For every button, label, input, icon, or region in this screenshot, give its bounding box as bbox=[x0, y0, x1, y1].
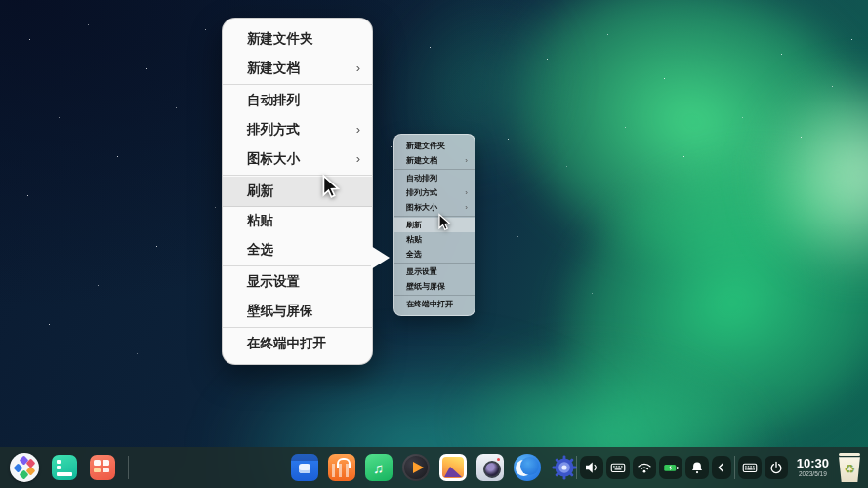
menu-item-图标大小[interactable]: 图标大小 › bbox=[394, 200, 475, 215]
taskbar-separator bbox=[734, 456, 735, 479]
menu-item-label: 壁纸与屏保 bbox=[406, 279, 445, 294]
submenu-arrow-icon: › bbox=[465, 200, 468, 215]
menu-item-粘贴[interactable]: 粘贴 › bbox=[223, 206, 372, 235]
menu-item-label: 刷新 bbox=[406, 218, 422, 232]
window-manager-icon[interactable] bbox=[90, 455, 115, 480]
menu-item-自动排列[interactable]: 自动排列 › bbox=[394, 171, 475, 185]
keyboard-icon[interactable] bbox=[606, 456, 630, 479]
menu-separator bbox=[223, 327, 372, 328]
menu-item-壁纸与屏保[interactable]: 壁纸与屏保 › bbox=[394, 279, 475, 294]
clock-date: 2023/5/19 bbox=[797, 470, 829, 478]
menu-item-显示设置[interactable]: 显示设置 › bbox=[394, 264, 475, 279]
menu-item-label: 图标大小 bbox=[247, 144, 300, 174]
menu-item-label: 粘贴 bbox=[247, 206, 273, 235]
launcher-icon[interactable] bbox=[10, 453, 39, 482]
menu-item-label: 壁纸与屏保 bbox=[247, 297, 313, 326]
system-tray: 10:30 2023/5/19 ♻ bbox=[576, 453, 864, 482]
menu-item-label: 新建文档 bbox=[406, 153, 437, 168]
aurora-bright-core bbox=[723, 39, 868, 312]
menu-item-label: 新建文件夹 bbox=[247, 24, 313, 54]
menu-item-label: 在终端中打开 bbox=[247, 329, 326, 358]
menu-item-label: 刷新 bbox=[247, 177, 273, 206]
menu-item-label: 排列方式 bbox=[247, 115, 300, 144]
submenu-arrow-icon: › bbox=[465, 153, 468, 168]
menu-item-label: 全选 bbox=[406, 247, 422, 262]
submenu-arrow-icon: › bbox=[356, 115, 360, 144]
camera-icon[interactable] bbox=[476, 454, 504, 481]
clock-time: 10:30 bbox=[797, 457, 829, 470]
menu-item-label: 新建文件夹 bbox=[406, 139, 445, 153]
music-note-glyph: ♫ bbox=[373, 460, 384, 476]
menu-item-刷新[interactable]: 刷新 › bbox=[394, 218, 475, 232]
desktop[interactable]: 新建文件夹 › 新建文档 › 自动排列 › 排列方式 › 图标大小 › 刷新 ›… bbox=[0, 0, 868, 488]
menu-item-新建文档[interactable]: 新建文档 › bbox=[223, 54, 372, 83]
notifications-icon[interactable] bbox=[685, 456, 709, 479]
menu-item-排列方式[interactable]: 排列方式 › bbox=[223, 115, 372, 144]
menu-item-label: 显示设置 bbox=[406, 264, 437, 279]
submenu-arrow-icon: › bbox=[465, 185, 468, 200]
movie-player-icon[interactable] bbox=[402, 454, 430, 481]
control-center-icon[interactable] bbox=[551, 454, 578, 481]
menu-item-粘贴[interactable]: 粘贴 › bbox=[394, 232, 475, 247]
trash-icon[interactable]: ♻ bbox=[837, 453, 862, 482]
volume-icon[interactable] bbox=[580, 456, 603, 479]
menu-item-label: 图标大小 bbox=[406, 200, 437, 215]
submenu-arrow-icon: › bbox=[356, 144, 360, 174]
stars bbox=[0, 0, 1, 1]
menu-item-新建文件夹[interactable]: 新建文件夹 › bbox=[223, 24, 372, 54]
dock-left-group bbox=[10, 453, 129, 482]
power-icon[interactable] bbox=[765, 456, 788, 479]
menu-item-全选[interactable]: 全选 › bbox=[223, 235, 372, 264]
menu-item-label: 显示设置 bbox=[247, 267, 300, 297]
aurora-band bbox=[430, 25, 868, 488]
menu-separator bbox=[223, 175, 372, 176]
menu-separator bbox=[394, 263, 475, 264]
menu-separator bbox=[223, 84, 372, 85]
menu-item-自动排列[interactable]: 自动排列 › bbox=[223, 86, 372, 115]
submenu-arrow-icon: › bbox=[356, 54, 360, 83]
menu-item-排列方式[interactable]: 排列方式 › bbox=[394, 185, 475, 200]
trash-body: ♻ bbox=[837, 455, 862, 482]
menu-item-图标大小[interactable]: 图标大小 › bbox=[223, 144, 372, 174]
workspace-view-icon[interactable] bbox=[52, 455, 77, 480]
menu-item-label: 自动排列 bbox=[247, 86, 300, 115]
menu-item-新建文件夹[interactable]: 新建文件夹 › bbox=[394, 139, 475, 153]
menu-item-显示设置[interactable]: 显示设置 › bbox=[223, 267, 372, 297]
wifi-icon[interactable] bbox=[633, 456, 656, 479]
menu-item-label: 自动排列 bbox=[406, 171, 437, 185]
mouse-cursor-magnified bbox=[318, 174, 344, 199]
trash-lid bbox=[839, 453, 860, 456]
menu-separator bbox=[223, 265, 372, 266]
menu-item-label: 粘贴 bbox=[406, 232, 422, 247]
taskbar-separator bbox=[128, 456, 129, 479]
context-menu-magnified: 新建文件夹 › 新建文档 › 自动排列 › 排列方式 › 图标大小 › 刷新 ›… bbox=[222, 18, 373, 365]
taskbar-separator bbox=[576, 456, 577, 479]
menu-item-全选[interactable]: 全选 › bbox=[394, 247, 475, 262]
dock-app-group: ♫ bbox=[291, 454, 578, 481]
menu-item-label: 在终端中打开 bbox=[406, 297, 453, 311]
file-manager-icon[interactable] bbox=[291, 454, 318, 481]
menu-item-label: 排列方式 bbox=[406, 185, 437, 200]
menu-item-label: 新建文档 bbox=[247, 54, 300, 83]
app-store-icon[interactable] bbox=[328, 454, 355, 481]
onscreen-keyboard-icon[interactable] bbox=[738, 456, 762, 479]
menu-separator bbox=[394, 295, 475, 296]
image-viewer-icon[interactable] bbox=[439, 454, 467, 481]
battery-icon[interactable] bbox=[659, 456, 682, 479]
collapse-tray-icon[interactable] bbox=[712, 456, 731, 479]
recycle-glyph: ♻ bbox=[844, 463, 855, 475]
taskbar: ♫ bbox=[0, 447, 868, 488]
menu-item-在终端中打开[interactable]: 在终端中打开 › bbox=[394, 297, 475, 311]
clock[interactable]: 10:30 2023/5/19 bbox=[797, 457, 829, 478]
browser-icon[interactable] bbox=[514, 454, 541, 481]
launcher-diamond bbox=[26, 459, 36, 468]
menu-separator bbox=[394, 216, 475, 217]
menu-item-壁纸与屏保[interactable]: 壁纸与屏保 › bbox=[223, 297, 372, 326]
menu-separator bbox=[394, 169, 475, 170]
menu-item-新建文档[interactable]: 新建文档 › bbox=[394, 153, 475, 168]
music-player-icon[interactable]: ♫ bbox=[365, 454, 393, 481]
mouse-cursor bbox=[435, 213, 454, 231]
menu-item-label: 全选 bbox=[247, 235, 273, 264]
menu-item-在终端中打开[interactable]: 在终端中打开 › bbox=[223, 329, 372, 358]
menu-item-刷新[interactable]: 刷新 › bbox=[223, 177, 372, 206]
